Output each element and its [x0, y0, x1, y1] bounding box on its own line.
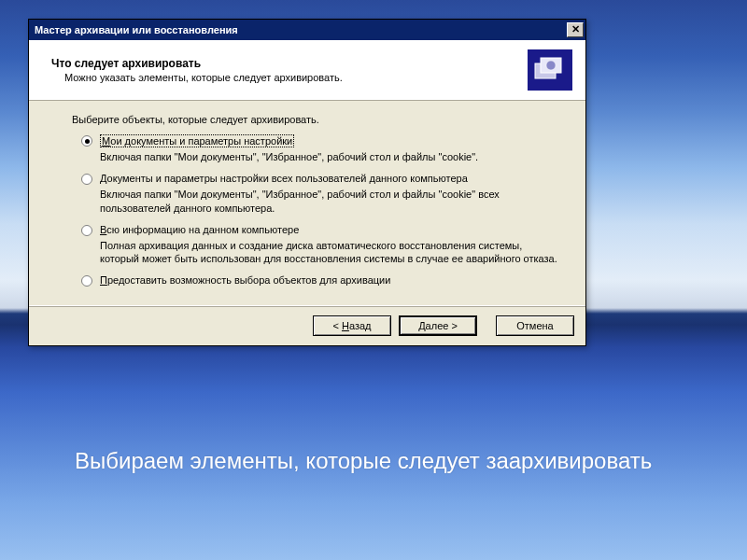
back-button[interactable]: < Назад	[313, 315, 391, 336]
option-my-documents[interactable]: Мои документы и параметры настройки	[81, 134, 563, 147]
option-description: Включая папки "Мои документы", "Избранно…	[100, 188, 563, 216]
body-panel: Выберите объекты, которые следует архиви…	[29, 101, 585, 305]
header-title: Что следует архивировать	[51, 57, 520, 70]
close-icon[interactable]: ✕	[567, 22, 584, 37]
option-label[interactable]: Всю информацию на данном компьютере	[100, 224, 299, 235]
wizard-dialog: Мастер архивации или восстановления ✕ Чт…	[28, 19, 586, 346]
slide-caption: Выбираем элементы, которые следует заарх…	[75, 446, 652, 475]
button-panel: < Назад Далее > Отмена	[29, 305, 585, 345]
titlebar[interactable]: Мастер архивации или восстановления ✕	[29, 20, 585, 40]
option-label[interactable]: Предоставить возможность выбора объектов…	[100, 274, 390, 286]
option-custom[interactable]: Предоставить возможность выбора объектов…	[81, 274, 563, 287]
radio-icon[interactable]	[81, 174, 92, 185]
svg-point-2	[546, 61, 556, 70]
cancel-button[interactable]: Отмена	[496, 315, 574, 336]
radio-icon[interactable]	[81, 225, 92, 236]
header-subtitle: Можно указать элементы, которые следует …	[51, 72, 520, 83]
backup-icon	[528, 49, 572, 91]
option-all-info[interactable]: Всю информацию на данном компьютере	[81, 224, 563, 236]
radio-icon[interactable]	[81, 135, 92, 147]
radio-icon[interactable]	[81, 275, 92, 287]
option-all-users[interactable]: Документы и параметры настройки всех пол…	[81, 173, 563, 185]
option-label[interactable]: Документы и параметры настройки всех пол…	[100, 173, 468, 184]
instruction-text: Выберите объекты, которые следует архиви…	[72, 114, 563, 125]
option-label[interactable]: Мои документы и параметры настройки	[100, 134, 294, 147]
option-description: Включая папки "Мои документы", "Избранно…	[100, 150, 563, 164]
header-panel: Что следует архивировать Можно указать э…	[29, 40, 585, 101]
next-button[interactable]: Далее >	[399, 315, 477, 336]
window-title: Мастер архивации или восстановления	[35, 24, 567, 35]
option-description: Полная архивация данных и создание диска…	[100, 239, 563, 267]
